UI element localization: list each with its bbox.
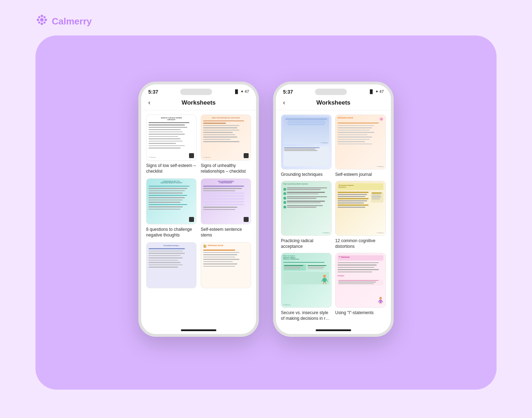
svg-line-19 bbox=[379, 303, 380, 304]
thumb-istatements: "I" Statements Examples bbox=[335, 253, 386, 308]
label-grounding: Grounding techniques bbox=[281, 172, 332, 177]
label-signs-self: Signs of low self-esteem – checklist bbox=[146, 163, 196, 174]
phone-right: 5:37 ▐▌ ✦ 47 ‹ Worksheets bbox=[273, 82, 394, 337]
worksheet-item-journal-left[interactable]: 📔 Self-Esteem Journal bbox=[201, 242, 251, 290]
label-cognitive: 12 common cognitive distortions bbox=[335, 238, 386, 249]
bottom-bar-right bbox=[276, 327, 391, 334]
time-right: 5:37 bbox=[283, 89, 293, 95]
worksheet-item-grounding-left[interactable]: Grounding Techniques bbox=[146, 242, 196, 290]
label-stems: Self-esteem sentence stems bbox=[201, 227, 251, 238]
svg-line-12 bbox=[326, 279, 327, 282]
status-icons-left: ▐▌ ✦ 47 bbox=[234, 89, 249, 94]
worksheet-item-signs-self[interactable]: SIGNS OF LOW SELF-ESTEEMCHECKLIST bbox=[146, 115, 196, 174]
thumb-selfesteem-journal: Self-Esteem Journal 🌸 bbox=[335, 115, 386, 169]
bottom-bar-left bbox=[141, 327, 256, 334]
worksheet-item-stems[interactable]: SELF-ESTEEM SENTENCESTEMS WORKSHEET bbox=[201, 178, 251, 238]
status-bar-right: 5:37 ▐▌ ✦ 47 bbox=[276, 84, 391, 96]
phones-container: 5:37 ▐▌ ✦ 47 ‹ Worksheets SIGNS OF LOW S… bbox=[0, 0, 532, 418]
thumb-cognitive: 12 Common CognitiveDistortions bbox=[335, 181, 386, 236]
svg-line-20 bbox=[381, 303, 382, 304]
thumb-grounding: © Calmerry bbox=[281, 115, 332, 169]
svg-rect-16 bbox=[379, 300, 382, 303]
worksheet-item-cognitive[interactable]: 12 Common CognitiveDistortions bbox=[335, 181, 386, 249]
thumb-signs-self: SIGNS OF LOW SELF-ESTEEMCHECKLIST bbox=[146, 115, 196, 161]
label-selfesteem-journal: Self-esteem journal bbox=[335, 172, 386, 177]
worksheet-item-istatements[interactable]: "I" Statements Examples bbox=[335, 253, 386, 321]
thumb-journal-left: 📔 Self-Esteem Journal bbox=[201, 242, 251, 288]
time-left: 5:37 bbox=[148, 89, 158, 95]
label-istatements: Using "I"-statements bbox=[335, 310, 386, 316]
worksheet-item-signs-unhealthy[interactable]: RATE YOUR PARTNER ON YOUR PHONE bbox=[201, 115, 251, 174]
svg-point-15 bbox=[379, 297, 382, 300]
thumb-stems: SELF-ESTEEM SENTENCESTEMS WORKSHEET bbox=[201, 178, 251, 224]
worksheets-grid-left: SIGNS OF LOW SELF-ESTEEMCHECKLIST bbox=[146, 115, 251, 291]
worksheet-item-secure[interactable]: Secure vs. InsecureApproach to MakingDec… bbox=[281, 253, 332, 321]
home-indicator-left bbox=[181, 329, 216, 331]
thumb-secure: Secure vs. InsecureApproach to MakingDec… bbox=[281, 253, 332, 308]
thumb-questions: 8 QUESTIONS TO HELP YOUCHALLENGE NEGATIV… bbox=[146, 178, 196, 224]
label-radical: Practicing radical acceptance bbox=[281, 238, 332, 249]
back-button-right[interactable]: ‹ bbox=[283, 99, 285, 106]
status-icons-right: ▐▌ ✦ 47 bbox=[368, 89, 384, 94]
notch-left bbox=[180, 89, 212, 95]
phone-left: 5:37 ▐▌ ✦ 47 ‹ Worksheets SIGNS OF LOW S… bbox=[138, 82, 259, 337]
svg-rect-10 bbox=[323, 278, 326, 282]
svg-line-18 bbox=[382, 300, 383, 302]
thumb-signs-unhealthy: RATE YOUR PARTNER ON YOUR PHONE bbox=[201, 115, 251, 161]
worksheet-item-questions[interactable]: 8 QUESTIONS TO HELP YOUCHALLENGE NEGATIV… bbox=[146, 178, 196, 238]
svg-line-17 bbox=[378, 300, 379, 302]
svg-line-11 bbox=[322, 279, 323, 282]
phone-header-right: ‹ Worksheets bbox=[276, 96, 391, 110]
phone-content-right: © Calmerry Grounding techniques bbox=[276, 110, 391, 327]
worksheet-item-grounding[interactable]: © Calmerry Grounding techniques bbox=[281, 115, 332, 177]
thumb-grounding-left: Grounding Techniques bbox=[146, 242, 196, 288]
thumb-radical: Steps to practicing radical acceptance: bbox=[281, 181, 332, 236]
worksheets-grid-right: © Calmerry Grounding techniques bbox=[281, 115, 386, 322]
worksheet-item-selfesteem-journal[interactable]: Self-Esteem Journal 🌸 bbox=[335, 115, 386, 177]
notch-right bbox=[315, 89, 347, 95]
label-questions: 8 questions to challenge negative though… bbox=[146, 227, 196, 238]
svg-point-9 bbox=[323, 275, 326, 278]
home-indicator-right bbox=[316, 329, 351, 331]
phone-content-left: SIGNS OF LOW SELF-ESTEEMCHECKLIST bbox=[141, 110, 256, 327]
header-title-left: Worksheets bbox=[182, 99, 216, 106]
svg-line-13 bbox=[323, 282, 324, 284]
worksheet-item-radical[interactable]: Steps to practicing radical acceptance: bbox=[281, 181, 332, 249]
back-button-left[interactable]: ‹ bbox=[148, 99, 150, 106]
label-signs-unhealthy: Signs of unhealthy relationships – check… bbox=[201, 163, 251, 174]
status-bar-left: 5:37 ▐▌ ✦ 47 bbox=[141, 84, 256, 96]
phone-header-left: ‹ Worksheets bbox=[141, 96, 256, 110]
label-secure: Secure vs. insecure style of making deci… bbox=[281, 310, 332, 321]
svg-line-14 bbox=[325, 282, 326, 284]
header-title-right: Worksheets bbox=[316, 99, 350, 106]
